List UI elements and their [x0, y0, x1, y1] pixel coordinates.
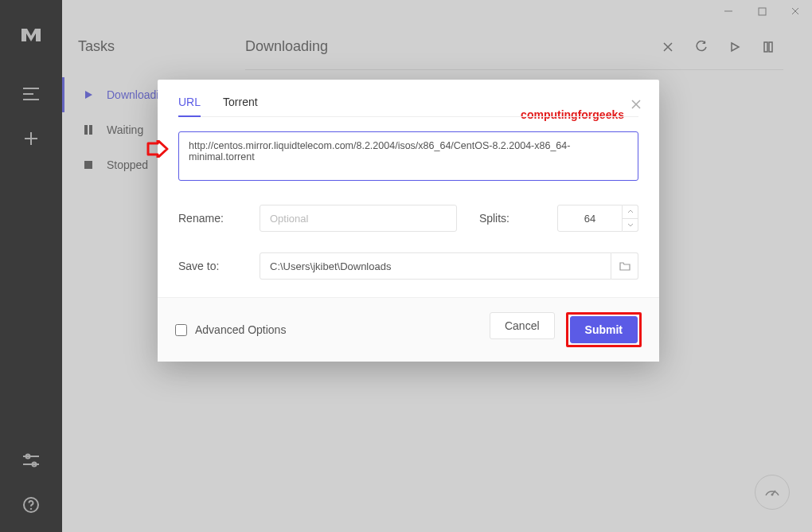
url-input[interactable] [178, 131, 638, 181]
browse-folder-icon[interactable] [611, 252, 638, 280]
cancel-button[interactable]: Cancel [490, 312, 555, 339]
save-to-input[interactable] [260, 252, 611, 280]
splits-input[interactable] [557, 205, 623, 232]
tab-url[interactable]: URL [178, 96, 201, 116]
splits-up-icon[interactable] [623, 205, 638, 219]
dialog-close-icon[interactable] [630, 99, 643, 111]
rename-label: Rename: [178, 212, 260, 225]
save-to-label: Save to: [178, 260, 260, 272]
splits-label: Splits: [479, 212, 509, 225]
advanced-options-label: Advanced Options [195, 323, 286, 336]
annotation-submit-highlight: Submit [566, 312, 642, 347]
submit-button[interactable]: Submit [570, 316, 638, 343]
annotation-arrow-icon [146, 140, 169, 161]
rename-input[interactable] [260, 205, 457, 232]
splits-down-icon[interactable] [623, 219, 638, 232]
advanced-options-checkbox[interactable]: Advanced Options [175, 323, 286, 336]
advanced-options-input[interactable] [175, 324, 187, 336]
new-task-dialog: computingforgeeks URL Torrent Rename: Sp… [158, 80, 659, 362]
tab-torrent[interactable]: Torrent [223, 96, 258, 116]
splits-stepper[interactable] [623, 205, 638, 232]
